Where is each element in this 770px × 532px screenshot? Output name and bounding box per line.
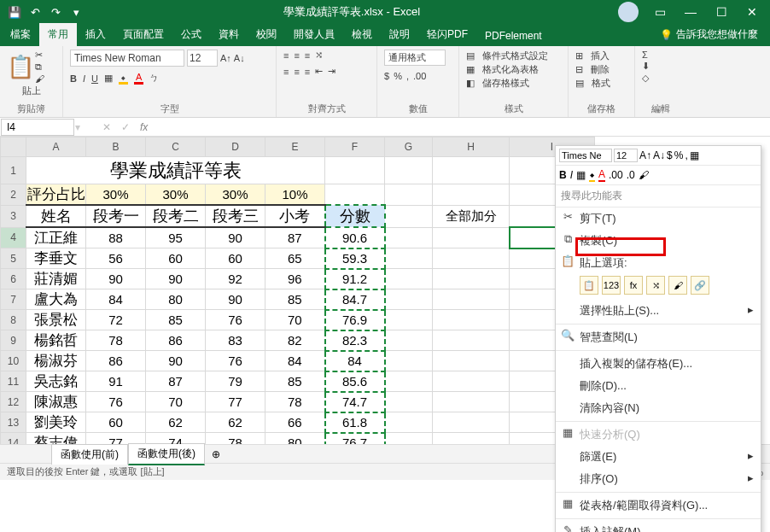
cell[interactable]: 陳淑惠 [26,392,86,412]
tab-home[interactable]: 常用 [39,23,77,46]
cell[interactable]: 90.6 [325,227,385,248]
header-cell[interactable]: 小考 [265,205,325,227]
cell[interactable]: 90 [146,269,206,289]
minimize-icon[interactable]: — [676,5,705,19]
cell[interactable]: 李垂文 [26,248,86,269]
tablefmt-button[interactable]: 格式化為表格 [482,63,539,76]
cellstyle-button[interactable]: 儲存格樣式 [482,77,529,90]
cell[interactable]: 87 [265,227,325,248]
cell[interactable]: 85 [265,289,325,310]
format-button[interactable]: 格式 [592,77,610,90]
copy-icon[interactable]: ⧉ [35,61,44,73]
bold-button[interactable]: B [559,169,567,181]
cell[interactable]: 楊淑芬 [26,351,86,371]
cell[interactable]: 74 [146,433,206,445]
user-avatar[interactable] [618,2,639,22]
paste-opt-transpose[interactable]: ⤭ [646,276,665,295]
increase-font-icon[interactable]: A↑ [220,53,231,63]
clear-icon[interactable]: ◇ [642,73,649,84]
fill-color-icon[interactable]: ⬥ [119,72,128,85]
paste-opt-all[interactable]: 📋 [580,276,598,295]
decimal-inc-icon[interactable]: .00 [609,169,623,181]
cell[interactable]: 江正維 [26,227,86,248]
paste-icon[interactable]: 📋 [7,54,34,80]
paste-opt-formulas[interactable]: fx [624,276,643,295]
cell[interactable]: 78 [86,330,146,351]
cell[interactable]: 蔡志偉 [26,433,86,445]
enter-entry-icon[interactable]: ✓ [116,121,135,133]
cell[interactable]: 76 [206,351,265,371]
cell[interactable]: 張景松 [26,310,86,330]
underline-button[interactable]: U [91,73,98,84]
bonus-label[interactable]: 全部加分 [433,205,510,227]
header-cell[interactable]: 段考三 [206,205,265,227]
cell[interactable]: 66 [265,412,325,433]
indent-dec-icon[interactable]: ⇤ [315,66,323,77]
align-mid-icon[interactable]: ≡ [294,50,299,61]
cell[interactable]: 74.7 [325,392,385,412]
border-icon[interactable]: ▦ [576,169,586,181]
insert-button[interactable]: 插入 [591,50,610,62]
maximize-icon[interactable]: ☐ [707,5,736,19]
name-box[interactable]: I4 [1,119,74,136]
tab-formula[interactable]: 公式 [172,23,210,46]
cell[interactable]: 80 [265,433,325,445]
menu-insert-copied[interactable]: 插入複製的儲存格(E)... [556,353,761,375]
comma-icon[interactable]: , [406,71,409,81]
save-icon[interactable]: 💾 [5,6,24,19]
undo-icon[interactable]: ↶ [26,6,44,19]
font-name-box[interactable]: Times New Roman [70,50,184,67]
cell[interactable]: 84 [86,289,146,310]
menu-get-data[interactable]: ▦從表格/範圍取得資料(G)... [556,494,761,517]
font-size-box[interactable]: 12 [187,50,218,67]
cell[interactable]: 90 [206,289,265,310]
header-cell[interactable]: 段考一 [86,205,146,227]
cell[interactable]: 65 [265,248,325,269]
col-header[interactable]: D [206,137,265,157]
cell[interactable]: 77 [86,433,146,445]
font-color-icon[interactable]: A [134,72,143,85]
cell[interactable]: 56 [86,248,146,269]
ins-icon[interactable]: ⊞ [575,50,583,61]
decrease-font-icon[interactable]: A↓ [234,53,245,63]
border-icon[interactable]: ▦ [104,73,113,84]
pct-label[interactable]: 評分占比 [26,184,86,206]
close-icon[interactable]: ✕ [738,5,767,19]
cell[interactable]: 70 [146,392,206,412]
cell[interactable]: 61.8 [325,412,385,433]
row-header[interactable]: 8 [1,310,26,330]
currency-icon[interactable]: $ [384,71,389,81]
fill-color-icon[interactable]: ⬥ [589,168,595,182]
ribbon-options-icon[interactable]: ▭ [645,5,674,19]
mini-size-box[interactable]: 12 [614,149,638,162]
format-painter-icon[interactable]: 🖌 [35,73,44,84]
cell[interactable]: 76.9 [325,310,385,330]
tab-review[interactable]: 校閱 [248,23,285,46]
col-header[interactable]: C [146,137,206,157]
header-cell[interactable]: 姓名 [26,205,86,227]
tab-pdf2[interactable]: PDFelement [476,26,551,46]
cell[interactable]: 76 [206,310,265,330]
cell[interactable]: 90 [86,269,146,289]
align-right-icon[interactable]: ≡ [305,67,310,77]
tab-view[interactable]: 檢視 [343,23,381,46]
cancel-entry-icon[interactable]: ✕ [97,121,116,133]
tab-insert[interactable]: 插入 [77,23,114,46]
col-header[interactable]: G [385,137,433,157]
qat-dropdown-icon[interactable]: ▾ [67,6,85,19]
currency-icon[interactable]: $ [667,149,673,161]
sheet-tab[interactable]: 函數使用(前) [51,444,128,465]
cell[interactable]: 劉美玲 [26,412,86,433]
mini-font-box[interactable]: Times Ne [559,149,612,162]
decimal-dec-icon[interactable]: .0 [627,169,635,181]
menu-clear[interactable]: 清除內容(N) [556,397,761,419]
condfmt-icon[interactable]: ▤ [466,50,475,61]
cell[interactable]: 60 [206,248,265,269]
cell[interactable]: 82.3 [325,330,385,351]
phonetic-icon[interactable]: ㄅ [149,72,159,85]
row-header[interactable]: 12 [1,392,26,412]
cell[interactable]: 92 [206,269,265,289]
cell[interactable]: 76.7 [325,433,385,445]
menu-filter[interactable]: 篩選(E)▸ [556,446,761,468]
tab-help[interactable]: 說明 [381,23,418,46]
